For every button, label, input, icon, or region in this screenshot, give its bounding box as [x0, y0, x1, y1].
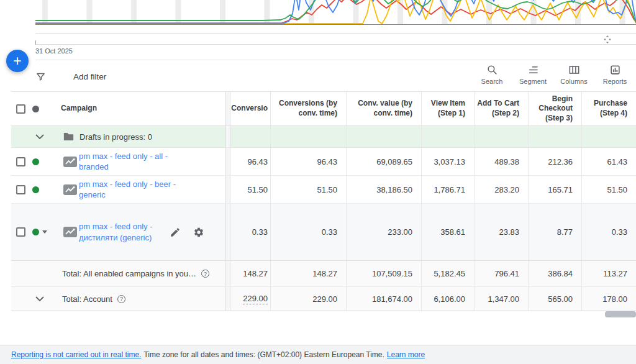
- metric-cell: 233.00: [346, 204, 421, 260]
- filter-funnel-icon: [35, 71, 46, 82]
- column-header-conv-value[interactable]: Conv. value (by conv. time): [346, 92, 421, 125]
- divider: [35, 60, 636, 60]
- chart-resize-handle-icon[interactable]: [603, 35, 612, 43]
- table-header-row: Campaign Conversio Conversions (by conv.…: [11, 92, 636, 126]
- metric-cell: 107,509.15: [346, 261, 421, 286]
- metric-cell: 148.27: [230, 261, 270, 286]
- segment-label: Segment: [519, 78, 547, 85]
- metric-cell: 1,347.00: [474, 287, 528, 311]
- metric-cell: [581, 126, 636, 147]
- chart-start-date-label: 31 Oct 2025: [35, 47, 73, 55]
- metric-cell: 212.36: [528, 148, 581, 175]
- metric-cell: [230, 126, 270, 147]
- columns-button[interactable]: Columns: [555, 63, 593, 89]
- metric-cell: 0.33: [230, 204, 270, 260]
- edit-pencil-icon[interactable]: [170, 227, 181, 238]
- plus-icon: +: [13, 54, 21, 68]
- table-row: pm max - feed only - all - branded 96.43…: [11, 148, 636, 176]
- column-header-conversions[interactable]: Conversio: [230, 92, 270, 125]
- learn-more-link[interactable]: Learn more: [387, 350, 425, 359]
- performance-max-campaign-icon: [63, 157, 77, 167]
- frozen-pane-divider: [225, 176, 230, 203]
- select-all-checkbox[interactable]: [16, 104, 25, 114]
- metric-cell: 489.38: [474, 148, 528, 175]
- total-enabled-row: Total: All enabled campaigns in you… ? 1…: [11, 261, 636, 287]
- status-dropdown-caret-icon[interactable]: [42, 230, 47, 234]
- reports-label: Reports: [603, 78, 627, 85]
- timezone-text: Time zone for all dates and times: (GMT+…: [143, 350, 384, 359]
- new-campaign-fab[interactable]: +: [6, 50, 29, 72]
- metric-cell: [474, 126, 528, 147]
- column-header-conversions-by-time[interactable]: Conversions (by conv. time): [270, 92, 346, 125]
- campaign-link[interactable]: pm max - feed only - all - branded: [79, 151, 186, 172]
- add-filter-label: Add filter: [73, 72, 106, 81]
- status-dot-enabled[interactable]: [32, 158, 39, 165]
- column-header-add-to-cart[interactable]: Add To Cart (Step 2): [474, 92, 528, 125]
- frozen-pane-divider: [225, 287, 230, 311]
- column-header-begin-checkout[interactable]: Begin Checkout (Step 3): [528, 92, 581, 125]
- campaign-link[interactable]: pm max - feed only - beer - generic: [79, 179, 186, 200]
- estimated-value: 229.00: [243, 294, 268, 304]
- metric-cell: 148.27: [270, 261, 346, 286]
- frozen-pane-divider: [225, 204, 230, 260]
- folder-icon: [63, 132, 74, 141]
- row-checkbox[interactable]: [16, 227, 25, 237]
- performance-chart-svg: [35, 0, 636, 25]
- table-toolbar: Search Segment Columns: [473, 63, 634, 89]
- table-row: pm max - feed only - beer - generic 51.5…: [11, 176, 636, 204]
- metric-cell: 358.61: [421, 204, 474, 260]
- row-checkbox[interactable]: [16, 157, 25, 166]
- total-account-label: Total: Account: [62, 294, 112, 304]
- column-header-view-item[interactable]: View Item (Step 1): [421, 92, 474, 125]
- metric-cell: 6,106.00: [421, 287, 474, 311]
- metric-cell: 8.77: [528, 204, 581, 260]
- reporting-delay-link[interactable]: Reporting is not carried out in real tim…: [11, 350, 141, 359]
- metric-cell: [270, 126, 346, 147]
- columns-label: Columns: [560, 78, 587, 85]
- frozen-pane-divider: [225, 92, 230, 125]
- status-dot-header: [32, 106, 39, 112]
- metric-cell: 61.43: [581, 148, 636, 175]
- campaign-link[interactable]: pm max - feed only - дистиляти (generic): [79, 221, 166, 242]
- metric-cell: 38,186.50: [346, 176, 421, 203]
- metric-cell: 565.00: [528, 287, 581, 311]
- search-icon: [486, 64, 498, 76]
- column-header-purchase[interactable]: Purchase (Step 4): [581, 92, 636, 125]
- search-button[interactable]: Search: [473, 63, 511, 89]
- horizontal-scrollbar-thumb[interactable]: [605, 311, 636, 317]
- metric-cell: 229.00: [230, 287, 270, 311]
- metric-cell: 51.50: [230, 176, 270, 203]
- reports-icon: [609, 64, 621, 76]
- metric-cell: 3,037.13: [421, 148, 474, 175]
- metric-cell: [528, 126, 581, 147]
- search-label: Search: [481, 78, 503, 85]
- metric-cell: [421, 126, 474, 147]
- segment-icon: [527, 64, 539, 76]
- metric-cell: 178.00: [581, 287, 636, 311]
- chevron-down-icon[interactable]: [35, 134, 44, 139]
- reports-button[interactable]: Reports: [596, 63, 634, 89]
- metric-cell: 51.50: [270, 176, 346, 203]
- metric-cell: 1,786.71: [421, 176, 474, 203]
- metric-cell: 23.83: [474, 204, 528, 260]
- metric-cell: 0.33: [581, 204, 636, 260]
- metric-cell: 229.00: [270, 287, 346, 311]
- metric-cell: 386.84: [528, 261, 581, 286]
- add-filter-button[interactable]: Add filter: [35, 64, 106, 89]
- help-icon[interactable]: ?: [117, 295, 125, 303]
- table-row: pm max - feed only - дистиляти (generic)…: [11, 204, 636, 261]
- chart-resize-strip: [35, 33, 636, 45]
- chevron-down-icon[interactable]: [35, 296, 44, 301]
- campaign-table: Campaign Conversio Conversions (by conv.…: [11, 91, 636, 311]
- performance-chart: [35, 0, 636, 25]
- performance-max-campaign-icon: [63, 227, 77, 237]
- metric-cell: 51.50: [581, 176, 636, 203]
- status-dot-enabled[interactable]: [32, 229, 39, 235]
- column-header-campaign[interactable]: Campaign: [61, 104, 97, 114]
- metric-cell: 69,089.65: [346, 148, 421, 175]
- settings-gear-icon[interactable]: [193, 227, 204, 238]
- segment-button[interactable]: Segment: [514, 63, 552, 89]
- status-dot-enabled[interactable]: [32, 186, 39, 193]
- row-checkbox[interactable]: [16, 185, 25, 194]
- help-icon[interactable]: ?: [201, 270, 209, 278]
